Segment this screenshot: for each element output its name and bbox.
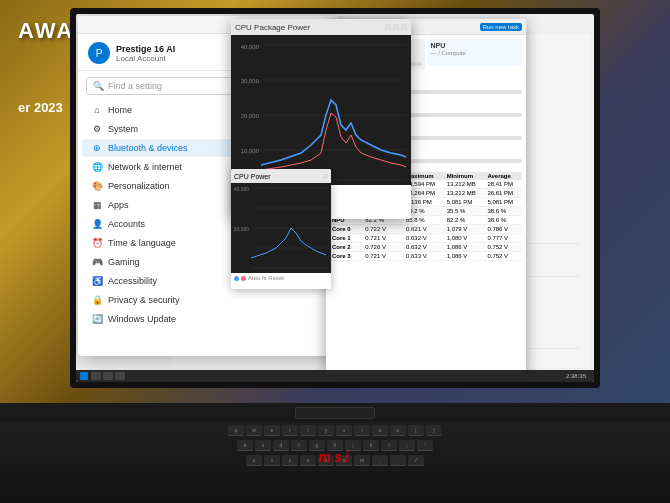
sidebar-item-label: Apps <box>108 200 129 210</box>
trackpad[interactable] <box>295 407 375 419</box>
cpu-titlebar: CPU Package Power <box>231 19 411 35</box>
cpu-max-btn[interactable] <box>393 24 399 30</box>
accounts-icon: 👤 <box>92 219 102 229</box>
key: d <box>273 440 289 451</box>
key: o <box>372 425 388 436</box>
sidebar-item-label: Personalization <box>108 181 170 191</box>
privacy-icon: 🔒 <box>92 295 102 305</box>
col-minimum: Minimum <box>445 172 486 180</box>
time-icon: ⏰ <box>92 238 102 248</box>
svg-text:20,000: 20,000 <box>241 113 260 119</box>
svg-text:40,000: 40,000 <box>234 186 250 192</box>
sidebar-item-label: Bluetooth & devices <box>108 143 188 153</box>
bluetooth-icon: ⊕ <box>92 143 102 153</box>
keyboard-row-1: q w e r t y u i o p [ ] <box>0 423 670 438</box>
sidebar-item-label: Accounts <box>108 219 145 229</box>
cpu2-title: CPU Power <box>234 173 271 180</box>
gaming-icon: 🎮 <box>92 257 102 267</box>
cpu2-auto-label: Auto fit Reset <box>248 275 284 281</box>
cpu2-legend <box>234 276 239 281</box>
taskbar-item[interactable] <box>91 372 101 380</box>
run-new-task-button[interactable]: Run new task <box>480 23 522 31</box>
sidebar-item-label: Gaming <box>108 257 140 267</box>
key: q <box>228 425 244 436</box>
key: k <box>363 440 379 451</box>
svg-text:10,000: 10,000 <box>241 148 260 154</box>
cpu2-bottom: Auto fit Reset <box>231 273 331 283</box>
key: x <box>264 455 280 466</box>
key: c <box>282 455 298 466</box>
sidebar-item-label: Privacy & security <box>108 295 180 305</box>
cpu2-graph: 40,000 20,000 <box>231 183 331 273</box>
col-average: Average <box>485 172 522 180</box>
home-icon: ⌂ <box>92 105 102 115</box>
system-clock: 2:38:35 <box>566 373 586 379</box>
sidebar-item-windows-update[interactable]: 🔄 Windows Update <box>82 310 334 328</box>
msi-brand-logo: msi <box>318 449 351 465</box>
cpu2-window: CPU Power 40,000 20,000 <box>231 169 331 289</box>
network-icon: 🌐 <box>92 162 102 172</box>
cpu-graph: 40,000 30,000 20,000 10,000 CPU Power <box>231 35 411 185</box>
cpu2-close[interactable] <box>323 174 328 179</box>
npu-tile: NPU — / Compute <box>428 39 523 66</box>
key: e <box>264 425 280 436</box>
key: y <box>318 425 334 436</box>
key: s <box>255 440 271 451</box>
key: . <box>390 455 406 466</box>
key: f <box>291 440 307 451</box>
taskbar-item[interactable] <box>115 372 125 380</box>
key: w <box>246 425 262 436</box>
svg-text:40,000: 40,000 <box>241 44 260 50</box>
svg-text:20,000: 20,000 <box>234 226 250 232</box>
key: ; <box>399 440 415 451</box>
avatar: P <box>88 42 110 64</box>
screen-bezel: P Prestige 16 AI Local Account 🔍 Find a … <box>70 8 600 388</box>
svg-rect-8 <box>231 35 411 185</box>
key: z <box>246 455 262 466</box>
sidebar-item-privacy[interactable]: 🔒 Privacy & security <box>82 291 334 309</box>
taskbar: 2:38:35 <box>76 370 594 382</box>
start-button[interactable] <box>80 372 88 380</box>
key: ] <box>426 425 442 436</box>
key: , <box>372 455 388 466</box>
trackpad-area <box>0 403 670 423</box>
screen-inner: P Prestige 16 AI Local Account 🔍 Find a … <box>76 14 594 382</box>
sidebar-item-label: Home <box>108 105 132 115</box>
cpu-close-btn[interactable] <box>401 24 407 30</box>
npu-sub: — / Compute <box>431 50 520 56</box>
apps-icon: ▦ <box>92 200 102 210</box>
account-type: Local Account <box>116 54 175 63</box>
accessibility-icon: ♿ <box>92 276 102 286</box>
npu-tile-title: NPU <box>431 42 520 49</box>
key: ' <box>417 440 433 451</box>
svg-text:30,000: 30,000 <box>241 78 260 84</box>
key: [ <box>408 425 424 436</box>
key: a <box>237 440 253 451</box>
key: v <box>300 455 316 466</box>
sidebar-item-label: Time & language <box>108 238 176 248</box>
key: u <box>336 425 352 436</box>
search-placeholder: Find a setting <box>108 81 162 91</box>
cpu2-titlebar: CPU Power <box>231 169 331 183</box>
personalization-icon: 🎨 <box>92 181 102 191</box>
sidebar-item-label: Accessibility <box>108 276 157 286</box>
cpu-window-title: CPU Package Power <box>235 23 310 32</box>
account-name: Prestige 16 AI <box>116 44 175 54</box>
key: r <box>282 425 298 436</box>
taskbar-items <box>91 372 566 380</box>
sidebar-item-label: Network & internet <box>108 162 182 172</box>
update-icon: 🔄 <box>92 314 102 324</box>
key: l <box>381 440 397 451</box>
search-icon: 🔍 <box>93 81 104 91</box>
year-text: er 2023 <box>18 100 63 115</box>
cpu2-legend2 <box>241 276 246 281</box>
key: p <box>390 425 406 436</box>
system-icon: ⚙ <box>92 124 102 134</box>
taskbar-item[interactable] <box>103 372 113 380</box>
sidebar-item-label: Windows Update <box>108 314 176 324</box>
account-info: Prestige 16 AI Local Account <box>116 44 175 63</box>
cpu-min-btn[interactable] <box>385 24 391 30</box>
sidebar-item-label: System <box>108 124 138 134</box>
key: / <box>408 455 424 466</box>
key: m <box>354 455 370 466</box>
